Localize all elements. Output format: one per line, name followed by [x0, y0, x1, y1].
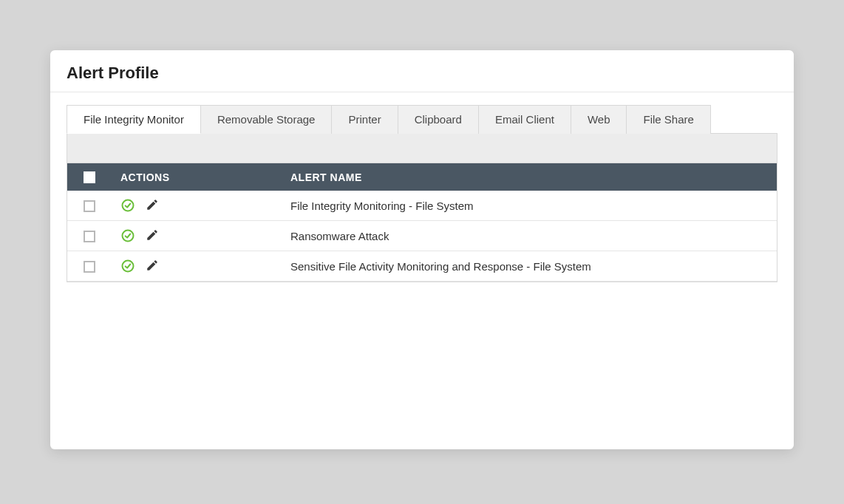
tab-web[interactable]: Web [571, 105, 627, 134]
tab-file-share[interactable]: File Share [627, 105, 710, 134]
tab-file-integrity-monitor[interactable]: File Integrity Monitor [67, 105, 201, 134]
row-actions [120, 198, 273, 213]
tab-printer[interactable]: Printer [332, 105, 398, 134]
header-select-all[interactable] [67, 163, 112, 191]
row-checkbox[interactable] [84, 200, 95, 212]
header-alert-name: ALERT NAME [282, 163, 777, 191]
alert-name-cell: File Integrity Monitoring - File System [282, 191, 777, 221]
table-row: File Integrity Monitoring - File System [67, 191, 777, 221]
pencil-icon[interactable] [146, 198, 160, 213]
tab-label: File Integrity Monitor [84, 113, 184, 126]
tab-label: Web [588, 113, 610, 126]
alert-profile-panel: Alert Profile File Integrity Monitor Rem… [50, 50, 794, 449]
pencil-icon[interactable] [146, 228, 160, 243]
header-actions: ACTIONS [112, 163, 282, 191]
pencil-icon[interactable] [146, 259, 160, 273]
select-all-checkbox[interactable] [84, 171, 95, 183]
tab-label: Printer [348, 113, 381, 126]
table-row: Sensitive File Activity Monitoring and R… [67, 251, 777, 282]
alert-name-cell: Sensitive File Activity Monitoring and R… [282, 251, 777, 282]
page-title: Alert Profile [50, 50, 794, 92]
tab-bar: File Integrity Monitor Removable Storage… [67, 104, 794, 133]
table-row: Ransomware Attack [67, 221, 777, 251]
row-checkbox[interactable] [84, 231, 95, 242]
tab-label: Removable Storage [217, 113, 316, 126]
tab-label: File Share [643, 113, 693, 126]
toolbar-strip [67, 134, 777, 163]
check-circle-icon[interactable] [120, 198, 135, 213]
tab-removable-storage[interactable]: Removable Storage [201, 105, 333, 134]
alert-name-cell: Ransomware Attack [282, 221, 777, 251]
tab-email-client[interactable]: Email Client [479, 105, 571, 134]
tab-label: Clipboard [415, 113, 462, 126]
content-frame: ACTIONS ALERT NAME [67, 133, 777, 282]
row-actions [120, 259, 273, 273]
row-checkbox[interactable] [84, 261, 95, 273]
check-circle-icon[interactable] [120, 259, 135, 273]
table-header-row: ACTIONS ALERT NAME [67, 163, 777, 191]
alerts-table: ACTIONS ALERT NAME [67, 163, 777, 282]
tab-clipboard[interactable]: Clipboard [398, 105, 479, 134]
check-circle-icon[interactable] [120, 228, 135, 243]
tab-label: Email Client [495, 113, 554, 126]
row-actions [120, 228, 273, 243]
